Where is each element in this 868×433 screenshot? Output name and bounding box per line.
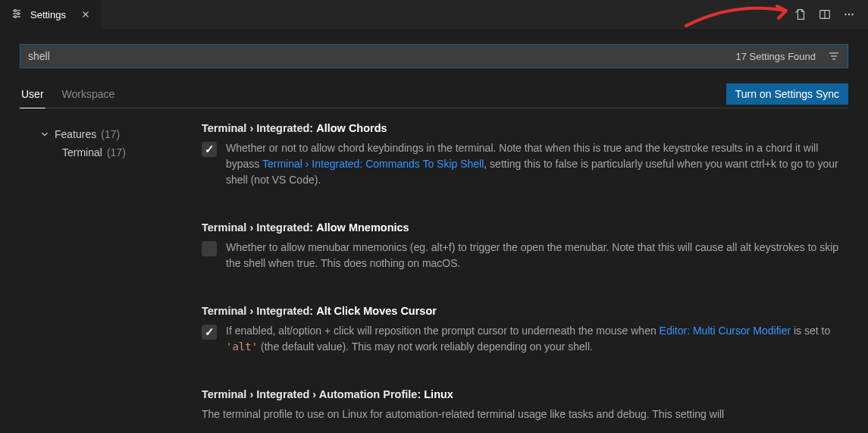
close-icon [80, 9, 91, 20]
scope-tab-workspace[interactable]: Workspace [61, 80, 117, 108]
scope-tab-user[interactable]: User [20, 80, 45, 108]
tree-count: (17) [101, 128, 120, 140]
setting-description: The terminal profile to use on Linux for… [202, 406, 841, 422]
setting-description: If enabled, alt/option + click will repo… [226, 323, 841, 355]
setting-link[interactable]: Terminal › Integrated: Commands To Skip … [262, 158, 484, 170]
setting-name: Allow Mnemonics [316, 221, 409, 234]
setting-alt-click-moves-cursor: Terminal › Integrated: Alt Click Moves C… [202, 305, 841, 355]
svg-point-10 [844, 14, 846, 15]
setting-prefix: Terminal › Integrated: [202, 122, 313, 134]
file-icon [794, 8, 807, 21]
filter-icon [828, 50, 840, 62]
tab-close-button[interactable] [78, 7, 93, 22]
split-editor-button[interactable] [816, 6, 833, 23]
open-settings-json-button[interactable] [792, 6, 809, 23]
setting-allow-chords: Terminal › Integrated: Allow Chords Whet… [202, 122, 841, 188]
settings-search-container: 17 Settings Found [20, 44, 848, 68]
setting-prefix: Terminal › Integrated: [202, 221, 313, 234]
settings-icon [11, 8, 23, 22]
split-icon [818, 8, 832, 21]
settings-tab[interactable]: Settings [0, 0, 101, 29]
setting-name: Allow Chords [316, 122, 387, 134]
settings-sync-button[interactable]: Turn on Settings Sync [726, 83, 848, 105]
svg-point-3 [14, 9, 17, 11]
tree-count: (17) [107, 146, 126, 158]
settings-list: Terminal › Integrated: Allow Chords Whet… [202, 122, 848, 422]
filter-button[interactable] [820, 50, 848, 62]
search-results-count: 17 Settings Found [735, 51, 820, 62]
tree-item-features[interactable]: Features (17) [20, 125, 202, 143]
tab-title: Settings [30, 9, 66, 20]
settings-search-input[interactable] [20, 45, 735, 67]
setting-automation-profile-linux: Terminal › Integrated › Automation Profi… [202, 388, 841, 422]
setting-checkbox[interactable] [202, 142, 217, 157]
svg-point-12 [851, 14, 853, 15]
setting-name: Linux [424, 388, 453, 400]
tree-label: Terminal [62, 146, 102, 158]
more-actions-button[interactable] [841, 6, 857, 23]
setting-description: Whether to allow menubar mnemonics (eg. … [226, 240, 841, 271]
setting-name: Alt Click Moves Cursor [316, 305, 437, 317]
setting-prefix: Terminal › Integrated › Automation Profi… [202, 388, 421, 400]
chevron-down-icon [39, 129, 50, 140]
setting-prefix: Terminal › Integrated: [202, 305, 313, 317]
svg-point-4 [17, 12, 20, 14]
tree-label: Features [55, 128, 96, 140]
setting-description: Whether or not to allow chord keybinding… [226, 140, 841, 188]
settings-tree: Features (17) Terminal (17) [20, 122, 202, 422]
setting-allow-mnemonics: Terminal › Integrated: Allow Mnemonics W… [202, 221, 841, 271]
setting-checkbox[interactable] [202, 325, 217, 340]
setting-link[interactable]: Editor: Multi Cursor Modifier [660, 325, 791, 337]
tree-item-terminal[interactable]: Terminal (17) [20, 143, 202, 162]
svg-point-11 [848, 14, 850, 15]
svg-point-5 [14, 15, 17, 17]
setting-checkbox[interactable] [202, 241, 217, 256]
ellipsis-icon [842, 8, 856, 21]
